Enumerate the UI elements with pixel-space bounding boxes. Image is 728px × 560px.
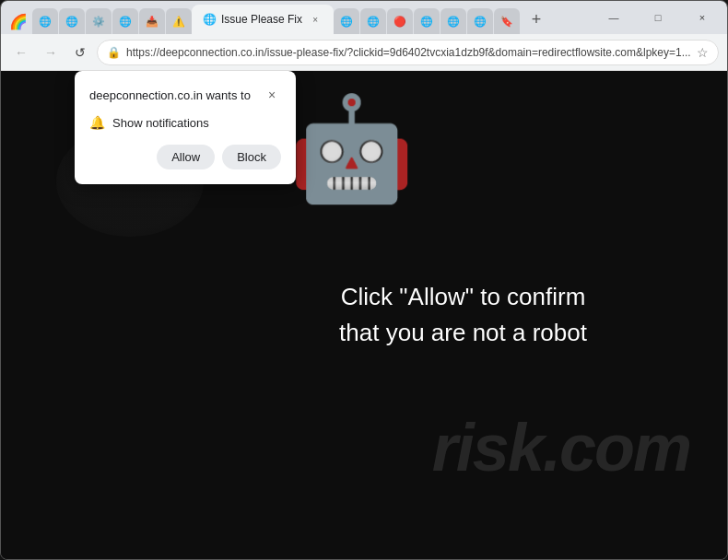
chrome-logo-icon: 🌈 bbox=[5, 8, 32, 34]
popup-header: deepconnection.co.in wants to × bbox=[89, 86, 281, 104]
chrome-window: 🌈 🌐 🌐 ⚙️ 🌐 📥 ⚠️ 🌐 Issue Please Fix × 🌐 🌐… bbox=[0, 0, 728, 560]
tab-10[interactable]: 🌐 bbox=[414, 8, 440, 34]
nav-bar: ← → ↺ 🔒 https://deepconnection.co.in/iss… bbox=[1, 34, 727, 71]
page-content: 🤖 risk.com Click "Allow" to confirm that… bbox=[1, 71, 727, 559]
bell-icon: 🔔 bbox=[89, 115, 105, 130]
active-tab[interactable]: 🌐 Issue Please Fix × bbox=[192, 5, 334, 34]
page-message: Click "Allow" to confirm that you are no… bbox=[339, 279, 587, 351]
active-tab-close[interactable]: × bbox=[308, 12, 323, 27]
tab-13[interactable]: 🔖 bbox=[494, 8, 520, 34]
popup-close-button[interactable]: × bbox=[263, 86, 281, 104]
notification-label: Show notifications bbox=[112, 116, 209, 130]
tab-4[interactable]: 🌐 bbox=[112, 8, 138, 34]
bg-robot-icon: 🤖 bbox=[288, 89, 415, 208]
watermark-text: risk.com bbox=[432, 410, 690, 485]
tab-7[interactable]: 🌐 bbox=[334, 8, 359, 34]
tab-9[interactable]: 🔴 bbox=[387, 8, 413, 34]
window-controls: — □ × bbox=[593, 5, 723, 30]
tab-5[interactable]: 📥 bbox=[139, 8, 165, 34]
page-message-line2: that you are not a robot bbox=[339, 315, 587, 351]
reload-button[interactable]: ↺ bbox=[67, 40, 93, 65]
block-button[interactable]: Block bbox=[222, 145, 281, 169]
tab-3[interactable]: ⚙️ bbox=[86, 8, 112, 34]
allow-button[interactable]: Allow bbox=[157, 145, 215, 169]
tab-11[interactable]: 🌐 bbox=[440, 8, 466, 34]
minimize-button[interactable]: — bbox=[593, 5, 635, 30]
maximize-button[interactable]: □ bbox=[637, 5, 679, 30]
permission-popup: deepconnection.co.in wants to × 🔔 Show n… bbox=[75, 71, 296, 184]
new-tab-button[interactable]: + bbox=[523, 6, 549, 32]
lock-icon: 🔒 bbox=[107, 46, 121, 59]
url-display: https://deepconnection.co.in/issue-pleas… bbox=[126, 46, 691, 59]
tab-2[interactable]: 🌐 bbox=[59, 8, 85, 34]
popup-notification-row: 🔔 Show notifications bbox=[89, 115, 281, 130]
back-button[interactable]: ← bbox=[8, 40, 34, 65]
tab-12[interactable]: 🌐 bbox=[467, 8, 493, 34]
close-window-button[interactable]: × bbox=[681, 5, 723, 30]
active-tab-icon: 🌐 bbox=[203, 13, 216, 26]
tab-6[interactable]: ⚠️ bbox=[166, 8, 192, 34]
omnibox[interactable]: 🔒 https://deepconnection.co.in/issue-ple… bbox=[97, 40, 719, 65]
popup-title: deepconnection.co.in wants to bbox=[89, 88, 251, 102]
tab-list-right: 🌐 🌐 🔴 🌐 🌐 🌐 🔖 bbox=[334, 8, 520, 34]
active-tab-label: Issue Please Fix bbox=[221, 13, 302, 26]
title-bar: 🌈 🌐 🌐 ⚙️ 🌐 📥 ⚠️ 🌐 Issue Please Fix × 🌐 🌐… bbox=[1, 1, 727, 34]
bookmark-star-icon[interactable]: ☆ bbox=[697, 45, 709, 60]
tab-1[interactable]: 🌐 bbox=[32, 8, 58, 34]
extensions-button[interactable]: 🧩 bbox=[722, 40, 728, 65]
tab-8[interactable]: 🌐 bbox=[360, 8, 386, 34]
forward-button[interactable]: → bbox=[38, 40, 64, 65]
tab-list: 🌐 🌐 ⚙️ 🌐 📥 ⚠️ bbox=[32, 8, 192, 34]
popup-buttons: Allow Block bbox=[89, 145, 281, 169]
page-message-line1: Click "Allow" to confirm bbox=[339, 279, 587, 315]
